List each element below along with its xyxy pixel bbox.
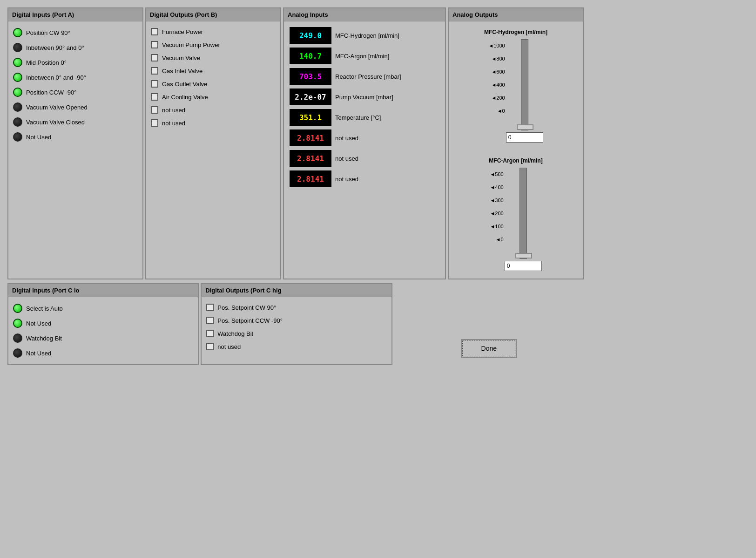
do-item-5: Air Cooling Valve xyxy=(149,90,277,103)
checkbox-7[interactable] xyxy=(151,119,158,127)
dic-led-1 xyxy=(13,319,22,328)
checkbox-5[interactable] xyxy=(151,93,158,101)
tick-a-200: ◄200 xyxy=(490,207,503,220)
panel-analog-outputs: Analog Outputs MFC-Hydrogen [ml/min] ◄10… xyxy=(448,7,584,279)
do-item-0: Furnace Power xyxy=(149,25,277,38)
di-label-2: Mid Position 0° xyxy=(26,59,67,66)
ai-label-5: not used xyxy=(335,135,358,142)
checkbox-2[interactable] xyxy=(151,54,158,61)
do-item-6: not used xyxy=(149,103,277,116)
tick-a-400: ◄400 xyxy=(490,181,503,194)
di-label-1: Inbetween 90° and 0° xyxy=(26,44,84,51)
ai-item-3: 2.2e-07 Pump Vacuum [mbar] xyxy=(287,87,442,107)
tick-a-100: ◄100 xyxy=(490,220,503,233)
tick-h-800: ◄800 xyxy=(491,52,505,65)
checkbox-3[interactable] xyxy=(151,67,158,75)
dic-label-0: Select is Auto xyxy=(26,305,63,312)
panel-header-digital-inputs-c: Digital Inputs (Port C lo xyxy=(8,284,198,297)
ai-label-6: not used xyxy=(335,155,358,162)
dic-led-2 xyxy=(13,333,22,343)
ao-track-bar-argon[interactable] xyxy=(520,168,527,259)
led-0 xyxy=(13,28,22,37)
ao-slider-hydrogen-container: ◄1000 ◄800 ◄600 ◄400 ◄200 ◄0 xyxy=(454,39,577,143)
checkbox-1[interactable] xyxy=(151,41,158,48)
led-4 xyxy=(13,88,22,97)
doc-checkbox-0[interactable] xyxy=(206,304,214,311)
dic-led-0 xyxy=(13,304,22,313)
ao-section-hydrogen: MFC-Hydrogen [ml/min] ◄1000 ◄800 ◄600 ◄4… xyxy=(452,25,580,146)
ai-label-2: Reactor Pressure [mbar] xyxy=(335,73,401,80)
led-7 xyxy=(13,132,22,142)
tick-h-200: ◄200 xyxy=(491,91,505,104)
panel-body-digital-inputs-a: Position CW 90° Inbetween 90° and 0° Mid… xyxy=(8,21,142,148)
panel-header-digital-outputs-b: Digital Outputs (Port B) xyxy=(146,8,280,21)
ao-scale-hydrogen: ◄1000 ◄800 ◄600 ◄400 ◄200 ◄0 xyxy=(488,39,506,117)
dic-led-3 xyxy=(13,348,22,358)
ai-label-7: not used xyxy=(335,176,358,183)
di-label-4: Position CCW -90° xyxy=(26,89,77,96)
tick-h-400: ◄400 xyxy=(491,78,505,91)
tick-a-0: ◄0 xyxy=(496,233,504,246)
ai-value-3: 2.2e-07 xyxy=(290,88,331,105)
do-item-2: Vacuum Valve xyxy=(149,51,277,64)
tick-h-1000: ◄1000 xyxy=(488,39,505,52)
doc-item-1: Pos. Setpoint CCW -90° xyxy=(204,314,388,327)
dic-label-1: Not Used xyxy=(26,320,51,327)
doc-checkbox-1[interactable] xyxy=(206,317,214,324)
dic-item-0: Select is Auto xyxy=(11,301,195,316)
ai-value-2: 703.5 xyxy=(290,68,331,85)
panel-analog-inputs: Analog Inputs 249.0 MFC-Hydrogen [ml/min… xyxy=(283,7,446,279)
do-label-5: Air Cooling Valve xyxy=(162,94,208,101)
di-item-4: Position CCW -90° xyxy=(11,85,140,100)
ao-thumb-hydrogen[interactable] xyxy=(517,124,533,130)
panel-digital-inputs-a: Digital Inputs (Port A) Position CW 90° … xyxy=(7,7,143,279)
do-label-0: Furnace Power xyxy=(162,28,203,35)
do-item-7: not used xyxy=(149,116,277,129)
checkbox-4[interactable] xyxy=(151,80,158,88)
doc-label-3: not used xyxy=(217,343,241,350)
dic-label-3: Not Used xyxy=(26,350,51,357)
ai-item-2: 703.5 Reactor Pressure [mbar] xyxy=(287,66,442,87)
ao-section-argon: MFC-Argon [ml/min] ◄500 ◄400 ◄300 ◄200 ◄… xyxy=(452,154,580,275)
panel-header-analog-outputs: Analog Outputs xyxy=(449,8,583,21)
doc-checkbox-3[interactable] xyxy=(206,343,214,350)
done-button[interactable]: Done xyxy=(461,339,517,358)
di-label-0: Position CW 90° xyxy=(26,29,70,36)
ai-value-6: 2.8141 xyxy=(290,150,331,167)
di-item-3: Inbetween 0° and -90° xyxy=(11,70,140,85)
panel-body-analog-inputs: 249.0 MFC-Hydrogen [ml/min] 140.7 MFC-Ar… xyxy=(284,21,445,193)
di-item-7: Not Used xyxy=(11,129,140,144)
ai-value-7: 2.8141 xyxy=(290,170,331,187)
doc-label-0: Pos. Setpoint CW 90° xyxy=(217,304,276,311)
panel-header-analog-inputs: Analog Inputs xyxy=(284,8,445,21)
ao-track-bar-hydrogen[interactable] xyxy=(521,39,528,130)
do-item-1: Vacuum Pump Power xyxy=(149,38,277,51)
do-label-2: Vacuum Valve xyxy=(162,54,200,61)
led-1 xyxy=(13,43,22,52)
ao-value-input-hydrogen[interactable] xyxy=(506,132,543,143)
do-label-1: Vacuum Pump Power xyxy=(162,41,220,48)
panel-digital-inputs-c: Digital Inputs (Port C lo Select is Auto… xyxy=(7,283,199,365)
ai-item-4: 351.1 Temperature [°C] xyxy=(287,107,442,128)
panel-digital-outputs-c: Digital Outputs (Port C hig Pos. Setpoin… xyxy=(201,283,392,365)
dic-item-3: Not Used xyxy=(11,346,195,361)
di-item-1: Inbetween 90° and 0° xyxy=(11,40,140,55)
do-label-3: Gas Inlet Valve xyxy=(162,68,202,75)
checkbox-0[interactable] xyxy=(151,28,158,35)
tick-h-600: ◄600 xyxy=(491,65,505,78)
panel-digital-outputs-b: Digital Outputs (Port B) Furnace Power V… xyxy=(145,7,281,279)
ai-label-3: Pump Vacuum [mbar] xyxy=(335,94,393,101)
di-item-0: Position CW 90° xyxy=(11,25,140,40)
panel-body-digital-outputs-c: Pos. Setpoint CW 90° Pos. Setpoint CCW -… xyxy=(202,297,391,357)
ai-value-0: 249.0 xyxy=(290,27,331,44)
doc-label-1: Pos. Setpoint CCW -90° xyxy=(217,317,283,324)
checkbox-6[interactable] xyxy=(151,106,158,114)
ai-item-1: 140.7 MFC-Argon [ml/min] xyxy=(287,46,442,66)
ao-value-input-argon[interactable] xyxy=(505,261,542,271)
led-6 xyxy=(13,117,22,127)
ao-thumb-argon[interactable] xyxy=(515,253,532,259)
doc-checkbox-2[interactable] xyxy=(206,330,214,337)
ao-track-hydrogen xyxy=(506,39,543,143)
ai-item-0: 249.0 MFC-Hydrogen [ml/min] xyxy=(287,25,442,46)
ai-label-1: MFC-Argon [ml/min] xyxy=(335,53,389,60)
